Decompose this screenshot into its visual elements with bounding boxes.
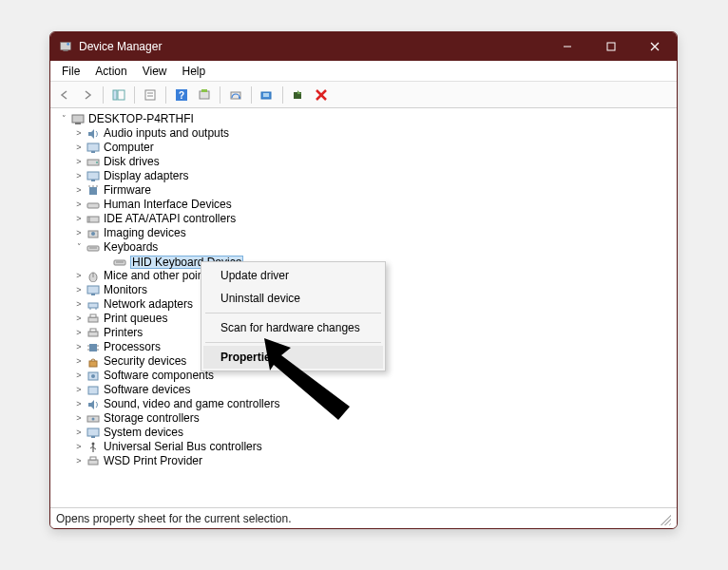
tree-node-label: Monitors <box>104 283 147 297</box>
chevron-icon[interactable]: > <box>73 269 85 283</box>
toolbar-forward-button[interactable] <box>77 85 98 105</box>
display-icon <box>86 170 101 183</box>
svg-point-69 <box>92 442 95 445</box>
resize-grip-icon[interactable] <box>658 512 671 525</box>
window-maximize-button[interactable] <box>589 32 633 61</box>
tree-node-label: Computer <box>104 141 154 155</box>
chevron-icon[interactable]: > <box>73 226 85 240</box>
svg-rect-25 <box>87 143 99 151</box>
chevron-icon[interactable]: ˅ <box>73 240 85 255</box>
tree-node-audio[interactable]: >Audio inputs and outputs <box>52 126 675 141</box>
chevron-icon[interactable]: > <box>73 212 85 226</box>
ide-icon <box>86 213 101 226</box>
toolbar-uninstall-button[interactable] <box>311 85 332 105</box>
audio-icon <box>86 127 101 141</box>
tree-node-label: Processors <box>104 340 161 354</box>
svg-rect-47 <box>91 294 95 295</box>
svg-rect-30 <box>91 180 95 181</box>
swdev-icon <box>86 384 101 397</box>
tree-node-label: System devices <box>104 426 183 440</box>
chevron-icon[interactable]: > <box>73 297 85 312</box>
svg-rect-35 <box>87 203 99 208</box>
tree-node-label: Sound, video and game controllers <box>104 397 279 411</box>
security-icon <box>86 355 101 369</box>
wsd-icon <box>86 455 101 468</box>
chevron-icon[interactable]: > <box>73 141 85 155</box>
chevron-icon[interactable]: > <box>73 426 85 440</box>
svg-text:?: ? <box>179 90 184 101</box>
chevron-icon[interactable]: > <box>73 126 85 141</box>
tree-node-wsd[interactable]: >WSD Print Provider <box>52 454 675 468</box>
tree-node-display[interactable]: >Display adapters <box>52 169 675 183</box>
svg-rect-31 <box>89 187 97 195</box>
toolbar-enable-button[interactable] <box>288 85 309 105</box>
tree-node-swdev[interactable]: >Software devices <box>52 383 675 397</box>
mice-icon <box>86 270 101 283</box>
titlebar[interactable]: Device Manager <box>50 32 677 61</box>
tree-node-label: Disk drives <box>104 155 160 169</box>
svg-rect-67 <box>91 436 95 438</box>
chevron-icon[interactable]: > <box>73 411 85 426</box>
chevron-icon[interactable]: > <box>73 198 85 212</box>
tree-node-hid[interactable]: >Human Interface Devices <box>52 198 675 212</box>
svg-rect-4 <box>607 43 615 50</box>
context-menu-scan-hardware[interactable]: Scan for hardware changes <box>203 316 383 339</box>
chevron-icon[interactable]: > <box>73 155 85 169</box>
toolbar-action-button[interactable] <box>194 85 215 105</box>
svg-rect-15 <box>201 89 207 92</box>
tree-node-firmware[interactable]: >Firmware <box>52 183 675 198</box>
toolbar-properties-button[interactable] <box>140 85 161 105</box>
chevron-down-icon[interactable]: ˅ <box>58 112 69 126</box>
tree-node-label: Print queues <box>104 312 167 326</box>
tree-node-imaging[interactable]: >Imaging devices <box>52 226 675 240</box>
chevron-icon[interactable]: > <box>73 283 85 297</box>
tree-node-storage[interactable]: >Storage controllers <box>52 411 675 426</box>
menu-view[interactable]: View <box>135 63 175 80</box>
tree-node-computer[interactable]: >Computer <box>52 141 675 155</box>
chevron-icon[interactable]: > <box>73 397 85 411</box>
tree-root-label: DESKTOP-P4RTHFI <box>88 112 194 126</box>
context-menu-uninstall-device[interactable]: Uninstall device <box>203 287 383 310</box>
swcomp-icon <box>86 370 101 383</box>
menu-file[interactable]: File <box>54 63 87 80</box>
context-menu-properties[interactable]: Properties <box>203 346 383 369</box>
chevron-icon[interactable]: > <box>73 440 85 454</box>
tree-root[interactable]: ˅ DESKTOP-P4RTHFI <box>52 112 675 126</box>
tree-node-label: Keyboards <box>104 240 158 255</box>
statusbar: Opens property sheet for the current sel… <box>50 507 677 528</box>
tree-node-ide[interactable]: >IDE ATA/ATAPI controllers <box>52 212 675 226</box>
svg-rect-14 <box>200 91 209 99</box>
chevron-icon[interactable]: > <box>73 169 85 183</box>
chevron-icon[interactable]: > <box>73 454 85 468</box>
window-minimize-button[interactable] <box>546 32 589 61</box>
tree-node-sound[interactable]: >Sound, video and game controllers <box>52 397 675 411</box>
chevron-icon[interactable]: > <box>73 340 85 354</box>
title-text: Device Manager <box>79 40 162 53</box>
tree-node-disk[interactable]: >Disk drives <box>52 155 675 169</box>
menu-help[interactable]: Help <box>175 63 214 80</box>
disk-icon <box>86 156 101 169</box>
tree-node-keyboards[interactable]: ˅Keyboards <box>52 240 675 255</box>
chevron-icon[interactable]: > <box>73 312 85 326</box>
toolbar-scan-hardware-button[interactable] <box>257 85 278 105</box>
tree-node-label: Firmware <box>104 183 151 198</box>
sound-icon <box>86 398 101 411</box>
chevron-icon[interactable]: > <box>73 369 85 383</box>
chevron-icon[interactable]: > <box>73 354 85 369</box>
chevron-icon[interactable]: > <box>73 326 85 340</box>
toolbar-update-driver-button[interactable] <box>225 85 246 105</box>
tree-node-usb[interactable]: >Universal Serial Bus controllers <box>52 440 675 454</box>
menu-action[interactable]: Action <box>87 63 134 80</box>
hid-icon <box>86 199 101 212</box>
toolbar-help-button[interactable]: ? <box>171 85 192 105</box>
svg-rect-26 <box>91 151 95 153</box>
chevron-icon[interactable]: > <box>73 383 85 397</box>
context-menu-update-driver[interactable]: Update driver <box>203 264 383 287</box>
context-menu-separator <box>205 342 381 343</box>
tree-node-sysdev[interactable]: >System devices <box>52 426 675 440</box>
context-menu-separator <box>205 313 381 314</box>
toolbar-show-hide-tree-button[interactable] <box>108 85 129 105</box>
window-close-button[interactable] <box>633 32 677 61</box>
chevron-icon[interactable]: > <box>73 183 85 198</box>
toolbar-back-button[interactable] <box>54 85 75 105</box>
